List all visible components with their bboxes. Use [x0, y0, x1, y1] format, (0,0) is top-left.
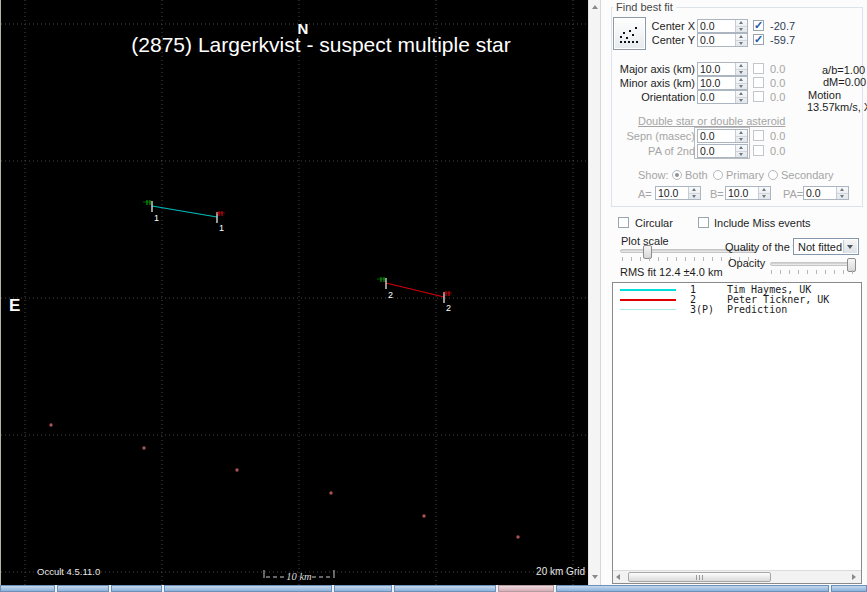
scale-bar-label: 10 km [286, 571, 312, 582]
center-y-result: -59.7 [770, 33, 795, 47]
opacity-ticks [771, 270, 855, 274]
center-x-spinner[interactable]: 0.0 [697, 19, 748, 33]
center-x-checkbox[interactable] [753, 20, 764, 31]
taskbar-strip [0, 585, 867, 592]
station-label: 1 [219, 223, 224, 233]
spinner-buttons-icon[interactable] [735, 34, 747, 46]
pa-of-2nd-label: PA of 2nd [648, 144, 695, 158]
center-x-label: Center X [652, 19, 695, 33]
circular-label: Circular [635, 217, 673, 229]
spinner-buttons-icon[interactable] [735, 77, 747, 89]
center-y-label: Center Y [652, 33, 695, 47]
circular-checkbox[interactable] [618, 217, 629, 228]
include-miss-events-checkbox[interactable] [698, 217, 709, 228]
hscroll-thumb[interactable] [628, 572, 771, 582]
minor-axis-spinner[interactable]: 10.0 [697, 76, 748, 90]
taskbar-button[interactable] [831, 585, 867, 592]
spinner-buttons-icon[interactable] [735, 91, 747, 103]
observer-name: Prediction [727, 305, 787, 315]
center-y-row: Center Y 0.0 -59.7 [601, 33, 867, 47]
orientation-checkbox[interactable] [753, 91, 764, 102]
field-dot [235, 468, 238, 471]
taskbar-button[interactable] [57, 585, 109, 592]
double-star-heading: Double star or double asteroid [638, 115, 785, 127]
occultation-plot-canvas: 1122N(2875) Largerkvist - suspect multip… [1, 0, 589, 585]
plot-vertical-scrollbar[interactable] [588, 0, 601, 585]
spinner-buttons-icon[interactable] [735, 130, 747, 142]
separation-row: Sepn (masec) 0.0 0.0 [601, 129, 867, 143]
separation-result: 0.0 [770, 129, 785, 143]
minor-axis-checkbox[interactable] [753, 77, 764, 88]
pa-label: PA= [783, 188, 803, 200]
major-axis-checkbox[interactable] [753, 63, 764, 74]
grid-scale-label: 20 km Grid [536, 566, 585, 577]
east-label: E [9, 296, 20, 315]
observer-list[interactable]: 1Tim Haymes, UK2Peter Tickner, UK3(P)Pre… [612, 282, 862, 584]
spinner-buttons-icon[interactable] [758, 187, 770, 199]
spinner-buttons-icon[interactable] [735, 20, 747, 32]
taskbar-button[interactable] [498, 585, 554, 592]
quality-of-fit-label: Quality of the fit [725, 241, 801, 253]
taskbar-button[interactable] [556, 585, 829, 592]
observer-id: 3(P) [690, 305, 714, 315]
b-label: B= [710, 188, 724, 200]
occultation-plot: 1122N(2875) Largerkvist - suspect multip… [0, 0, 588, 585]
observer-list-hscrollbar[interactable] [613, 570, 861, 583]
opacity-slider[interactable] [770, 262, 856, 266]
motion-value: 13.57km/s, X [807, 101, 867, 113]
separation-label: Sepn (masec) [627, 129, 695, 143]
center-y-spinner[interactable]: 0.0 [697, 33, 748, 47]
quality-of-fit-dropdown[interactable]: Not fitted [793, 238, 859, 255]
scroll-down-icon[interactable] [589, 571, 600, 583]
spinner-buttons-icon[interactable] [735, 63, 747, 75]
observer-color-line [620, 299, 676, 301]
separation-spinner[interactable]: 0.0 [697, 129, 748, 143]
chord-line [386, 283, 444, 297]
separation-checkbox[interactable] [753, 130, 764, 141]
taskbar-button[interactable] [394, 585, 496, 592]
station-label: 2 [446, 303, 451, 313]
taskbar-button[interactable] [0, 585, 55, 592]
scroll-right-icon[interactable] [848, 571, 861, 583]
b-spinner[interactable]: 10.0 [725, 186, 771, 200]
center-y-checkbox[interactable] [753, 34, 764, 45]
spinner-buttons-icon[interactable] [688, 187, 700, 199]
taskbar-button[interactable] [334, 585, 392, 592]
pa-of-2nd-row: PA of 2nd 0.0 0.0 [601, 144, 867, 158]
show-secondary-radio[interactable] [768, 170, 778, 180]
chevron-down-icon[interactable] [843, 240, 857, 253]
pa-of-2nd-checkbox[interactable] [753, 145, 764, 156]
taskbar-button[interactable] [111, 585, 162, 592]
pa-spinner[interactable]: 0.0 [803, 186, 849, 200]
show-label: Show: [638, 169, 669, 181]
center-x-result: -20.7 [770, 19, 795, 33]
spinner-buttons-icon[interactable] [836, 187, 848, 199]
a-spinner[interactable]: 10.0 [655, 186, 701, 200]
show-primary-radio[interactable] [713, 170, 723, 180]
major-axis-result: 0.0 [770, 62, 785, 76]
list-item[interactable]: 3(P)Prediction [613, 305, 861, 315]
field-dot [516, 535, 519, 538]
app-version-label: Occult 4.5.11.0 [37, 566, 100, 577]
orientation-spinner[interactable]: 0.0 [697, 90, 748, 104]
center-x-row: Center X 0.0 -20.7 [601, 19, 867, 33]
fit-control-panel: Find best fit Center X 0.0 -20.7 Center … [601, 0, 867, 585]
show-secondary-label: Secondary [781, 169, 834, 181]
spinner-buttons-icon[interactable] [735, 145, 747, 157]
show-both-radio[interactable] [672, 170, 682, 180]
scroll-left-icon[interactable] [613, 571, 626, 583]
minor-axis-result: 0.0 [770, 76, 785, 90]
motion-label: Motion [808, 89, 841, 101]
major-axis-spinner[interactable]: 10.0 [697, 62, 748, 76]
include-miss-events-label: Include Miss events [714, 217, 811, 229]
pa-of-2nd-spinner[interactable]: 0.0 [697, 144, 748, 158]
field-dot [422, 514, 425, 517]
taskbar-button[interactable] [164, 585, 332, 592]
major-axis-label: Major axis (km) [620, 62, 695, 76]
scroll-up-icon[interactable] [589, 1, 600, 13]
field-dot [329, 491, 332, 494]
orientation-result: 0.0 [770, 90, 785, 104]
observer-color-line [620, 289, 676, 291]
field-dot [142, 446, 145, 449]
minor-axis-label: Minor axis (km) [620, 76, 695, 90]
